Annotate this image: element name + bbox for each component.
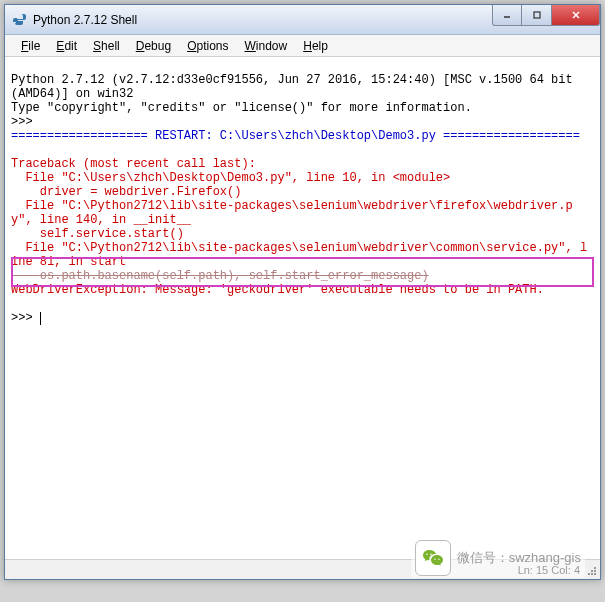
svg-rect-9 <box>591 570 593 572</box>
banner-line: Python 2.7.12 (v2.7.12:d33e0cf91556, Jun… <box>11 73 594 101</box>
menu-help[interactable]: Help <box>295 37 336 55</box>
wechat-icon <box>415 540 451 576</box>
window-title: Python 2.7.12 Shell <box>33 13 492 27</box>
menu-file[interactable]: File <box>13 37 48 55</box>
blank-line <box>11 297 594 311</box>
blank-line <box>11 143 594 157</box>
menu-shell[interactable]: Shell <box>85 37 128 55</box>
menu-debug[interactable]: Debug <box>128 37 179 55</box>
watermark-text: 微信号：swzhang-gis <box>457 549 581 567</box>
menubar: File Edit Shell Debug Options Window Hel… <box>5 35 600 57</box>
maximize-button[interactable] <box>522 5 552 26</box>
banner-line: Type "copyright", "credits" or "license(… <box>11 101 594 115</box>
python-icon <box>11 12 27 28</box>
svg-point-0 <box>16 15 18 17</box>
restart-line: =================== RESTART: C:\Users\zh… <box>11 129 594 143</box>
text-cursor <box>40 312 41 325</box>
prompt-line: >>> <box>11 311 594 325</box>
traceback-line: driver = webdriver.Firefox() <box>11 185 594 199</box>
traceback-header: Traceback (most recent call last): <box>11 157 594 171</box>
traceback-line: File "C:\Python2712\lib\site-packages\se… <box>11 199 594 227</box>
menu-options[interactable]: Options <box>179 37 236 55</box>
exception-line: WebDriverException: Message: 'geckodrive… <box>11 283 594 297</box>
shell-content[interactable]: Python 2.7.12 (v2.7.12:d33e0cf91556, Jun… <box>5 57 600 559</box>
svg-rect-5 <box>594 573 596 575</box>
titlebar[interactable]: Python 2.7.12 Shell <box>5 5 600 35</box>
menu-edit[interactable]: Edit <box>48 37 85 55</box>
minimize-button[interactable] <box>492 5 522 26</box>
window-controls <box>492 5 600 26</box>
svg-rect-8 <box>588 573 590 575</box>
watermark: 微信号：swzhang-gis <box>411 538 585 578</box>
svg-rect-10 <box>594 567 596 569</box>
menu-window[interactable]: Window <box>237 37 296 55</box>
svg-rect-7 <box>594 570 596 572</box>
traceback-line: File "C:\Python2712\lib\site-packages\se… <box>11 241 594 269</box>
resize-grip-icon[interactable] <box>586 565 598 577</box>
python-shell-window: Python 2.7.12 Shell File Edit Shell Debu… <box>4 4 601 580</box>
prompt-line: >>> <box>11 115 594 129</box>
traceback-line-struck: os.path.basename(self.path), self.start_… <box>11 269 594 283</box>
traceback-line: File "C:\Users\zhch\Desktop\Demo3.py", l… <box>11 171 594 185</box>
svg-rect-6 <box>591 573 593 575</box>
svg-rect-2 <box>534 12 540 18</box>
traceback-line: self.service.start() <box>11 227 594 241</box>
close-button[interactable] <box>552 5 600 26</box>
